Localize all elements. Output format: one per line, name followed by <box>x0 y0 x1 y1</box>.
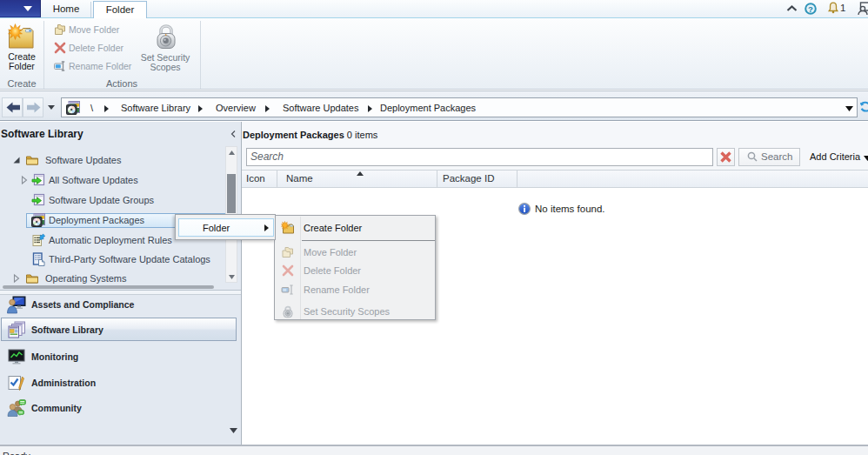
svg-text:?: ? <box>808 4 813 14</box>
